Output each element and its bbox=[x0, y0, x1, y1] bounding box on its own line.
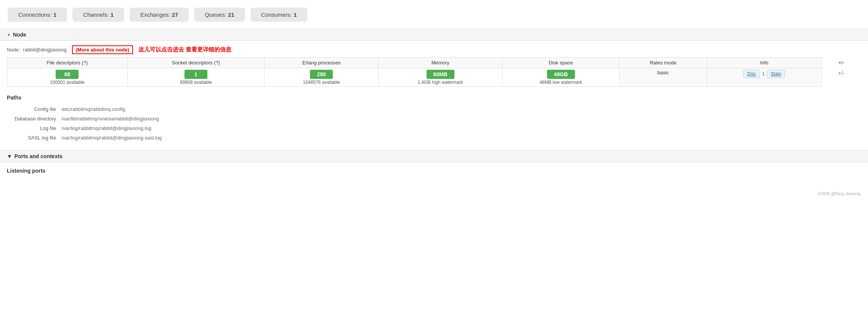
disk-watermark: 48MB low watermark bbox=[506, 80, 616, 85]
paths-section: Paths Config file /etc/rabbitmq/rabbitmq… bbox=[0, 91, 868, 149]
col-file-desc: File descriptors (?) bbox=[7, 58, 128, 68]
path-value: /etc/rabbitmq/rabbitmq.config bbox=[61, 104, 167, 114]
socket-desc-cell: 1 89908 available bbox=[127, 68, 264, 87]
col-disk: Disk space bbox=[502, 58, 619, 68]
ports-section-header: ▼ Ports and contexts bbox=[0, 150, 868, 162]
path-label: Log file bbox=[14, 123, 61, 133]
info-buttons: Disc 1 Stats bbox=[711, 70, 818, 78]
path-row: Database directory /var/lib/rabbitmq/mne… bbox=[14, 114, 167, 123]
file-desc-available: 100001 available bbox=[11, 80, 124, 85]
col-rates: Rates mode bbox=[619, 58, 707, 68]
path-value: /var/log/rabbitmq/rabbit@dingjiaxiong.lo… bbox=[61, 123, 167, 133]
stat-badge[interactable]: Consumers: 1 bbox=[250, 8, 307, 22]
col-plusminus: +/- bbox=[821, 58, 861, 68]
disc-button[interactable]: Disc bbox=[743, 70, 760, 78]
rates-mode-value: basic bbox=[657, 70, 669, 75]
info-cell[interactable]: Disc 1 Stats bbox=[707, 68, 821, 87]
ports-triangle-icon: ▼ bbox=[7, 153, 12, 159]
path-row: SASL log file /var/log/rabbitmq/rabbit@d… bbox=[14, 133, 167, 143]
path-value: /var/log/rabbitmq/rabbit@dingjiaxiong-sa… bbox=[61, 133, 167, 143]
node-section-header: ▼ Node bbox=[0, 29, 868, 41]
file-desc-value: 68 bbox=[56, 70, 79, 79]
col-erlang: Erlang processes bbox=[265, 58, 379, 68]
triangle-icon: ▼ bbox=[7, 33, 11, 37]
more-about-node-link[interactable]: (More about this node) bbox=[72, 45, 133, 54]
memory-cell: 60MB 1.4GB high watermark bbox=[379, 68, 502, 87]
stat-badge[interactable]: Queues: 21 bbox=[194, 8, 245, 22]
disk-value: 49GB bbox=[547, 70, 575, 79]
file-desc-cell: 68 100001 available bbox=[7, 68, 128, 87]
disk-cell: 49GB 48MB low watermark bbox=[502, 68, 619, 87]
stats-bar: Connections: 1Channels: 1Exchanges: 27Qu… bbox=[0, 4, 868, 29]
path-label: SASL log file bbox=[14, 133, 61, 143]
page-footer: CSDN @Ding Jiaxiong bbox=[0, 188, 868, 200]
erlang-cell: 280 1048576 available bbox=[265, 68, 379, 87]
stat-badge[interactable]: Channels: 1 bbox=[72, 8, 124, 22]
erlang-available: 1048576 available bbox=[268, 80, 374, 85]
col-memory: Memory bbox=[379, 58, 502, 68]
node-annotation: 这儿可以点击进去 查看更详细的信息 bbox=[138, 46, 231, 53]
rates-cell: basic bbox=[619, 68, 707, 87]
col-info: Info bbox=[707, 58, 821, 68]
path-label: Database directory bbox=[14, 114, 61, 123]
stat-badge[interactable]: Connections: 1 bbox=[8, 8, 67, 22]
col-socket-desc: Socket descriptors (?) bbox=[127, 58, 264, 68]
node-info-row: Node: rabbit@dingjiaxiong (More about th… bbox=[0, 41, 868, 57]
path-label: Config file bbox=[14, 104, 61, 114]
path-row: Log file /var/log/rabbitmq/rabbit@dingji… bbox=[14, 123, 167, 133]
info-number: 1 bbox=[761, 71, 765, 77]
node-label: Node: rabbit@dingjiaxiong bbox=[7, 47, 67, 53]
listening-ports-title: Listening ports bbox=[0, 162, 868, 176]
paths-table: Config file /etc/rabbitmq/rabbitmq.confi… bbox=[14, 104, 167, 143]
path-row: Config file /etc/rabbitmq/rabbitmq.confi… bbox=[14, 104, 167, 114]
paths-title: Paths bbox=[7, 95, 861, 101]
socket-desc-available: 89908 available bbox=[132, 80, 260, 85]
ports-section-title: Ports and contexts bbox=[14, 153, 63, 159]
erlang-value: 280 bbox=[310, 70, 333, 79]
memory-value: 60MB bbox=[427, 70, 454, 79]
stats-button[interactable]: Stats bbox=[767, 70, 785, 78]
socket-desc-value: 1 bbox=[185, 70, 207, 79]
plusminus-cell[interactable]: +/- bbox=[821, 68, 861, 87]
memory-watermark: 1.4GB high watermark bbox=[382, 80, 498, 85]
path-value: /var/lib/rabbitmq/mnesia/rabbit@dingjiax… bbox=[61, 114, 167, 123]
node-section-title: Node bbox=[13, 32, 26, 38]
stat-badge[interactable]: Exchanges: 27 bbox=[130, 8, 189, 22]
node-table: File descriptors (?) Socket descriptors … bbox=[7, 57, 861, 87]
